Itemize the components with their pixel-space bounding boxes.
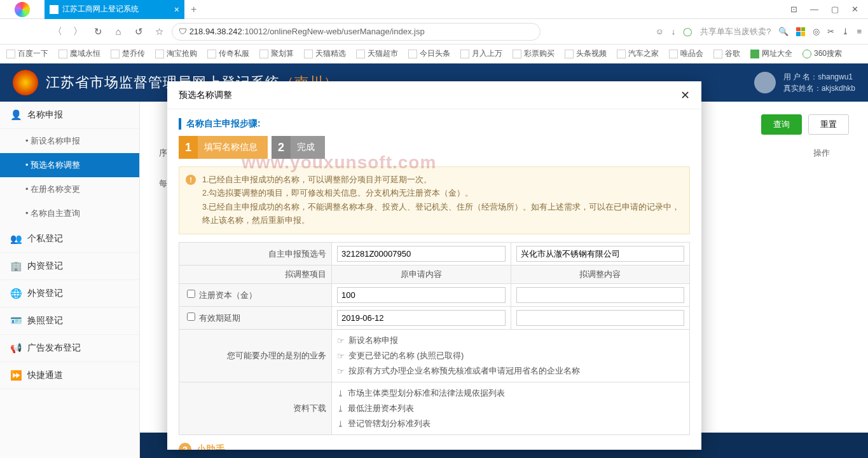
- label-other-business: 您可能要办理的是别的业务: [179, 330, 332, 382]
- link-original-method[interactable]: ☞按原有方式办理企业名称预先核准或者申请冠用省名的企业名称: [337, 363, 684, 379]
- preselect-name-input[interactable]: [516, 246, 685, 262]
- reader-icon[interactable]: ☺: [655, 27, 663, 36]
- download-min-capital[interactable]: ⤓最低注册资本列表: [337, 401, 684, 416]
- window-maximize-icon[interactable]: ▢: [831, 4, 839, 14]
- link-change-registered[interactable]: ☞变更已登记的名称 (执照已取得): [337, 348, 684, 363]
- sidebar-item-registered-change[interactable]: • 在册名称变更: [0, 177, 139, 201]
- sidebar-group-domestic[interactable]: 🏢内资登记: [0, 253, 139, 280]
- bookmark-item[interactable]: 彩票购买: [513, 48, 555, 59]
- label-downloads: 资料下载: [179, 382, 332, 435]
- bookmark-item[interactable]: 百度一下: [6, 48, 48, 59]
- menu-icon[interactable]: ≡: [857, 27, 862, 36]
- modal-header: 预选名称调整 ✕: [167, 81, 701, 109]
- download-type-standard[interactable]: ⤓市场主体类型划分标准和法律法规依据列表: [337, 386, 684, 401]
- tab-title: 江苏工商网上登记系统: [62, 4, 139, 15]
- download-icon: ⤓: [337, 419, 344, 429]
- sidebar-item-preselect-adjust[interactable]: • 预选名称调整: [0, 153, 139, 177]
- sidebar-item-new-name[interactable]: • 新设名称申报: [0, 129, 139, 153]
- validity-original-input[interactable]: [337, 310, 506, 326]
- sidebar-item-self-query[interactable]: • 名称自主查询: [0, 201, 139, 226]
- row-validity-label: 有效期延期: [199, 313, 240, 323]
- restore-icon[interactable]: ↺: [131, 24, 146, 39]
- search-engine-icon: ◯: [683, 27, 692, 36]
- user-icon: 👤: [10, 109, 22, 121]
- page-icon: [50, 5, 59, 14]
- checkbox-validity[interactable]: [187, 313, 195, 321]
- sidebar-group-quick[interactable]: ⏩快捷通道: [0, 362, 139, 389]
- bookmark-item[interactable]: 汽车之家: [617, 48, 659, 59]
- validity-new-input[interactable]: [516, 310, 685, 326]
- home-icon[interactable]: ⌂: [111, 24, 126, 39]
- extension-icon[interactable]: ◎: [813, 27, 820, 36]
- checkbox-capital[interactable]: [187, 290, 195, 298]
- ad-icon: 📢: [10, 342, 22, 354]
- sidebar-group-individual[interactable]: 👥个私登记: [0, 226, 139, 253]
- sidebar-group-foreign[interactable]: 🌐外资登记: [0, 280, 139, 307]
- section-title: 名称自主申报步骤:: [179, 118, 690, 130]
- scissors-icon[interactable]: ✂: [827, 27, 834, 36]
- download-icon: ⤓: [337, 389, 344, 398]
- address-bar[interactable]: 🛡 218.94.38.242:10012/onlineRegNew-web/u…: [172, 23, 541, 41]
- search-hint[interactable]: 共享单车当废铁卖?: [700, 26, 771, 37]
- bookmark-item[interactable]: 传奇私服: [207, 48, 249, 59]
- row-capital-label: 注册资本（金）: [199, 290, 257, 300]
- search-icon[interactable]: 🔍: [778, 27, 789, 36]
- download-icon: ⤓: [337, 404, 344, 414]
- sidebar: 👤名称申报 • 新设名称申报 • 预选名称调整 • 在册名称变更 • 名称自主查…: [0, 102, 140, 458]
- avatar-icon[interactable]: [754, 72, 776, 93]
- capital-original-input[interactable]: [337, 287, 506, 303]
- bookmark-item[interactable]: 天猫超市: [356, 48, 398, 59]
- bookmark-item[interactable]: 楚乔传: [111, 48, 145, 59]
- bookmark-item[interactable]: 谷歌: [713, 48, 740, 59]
- window-close-icon[interactable]: ✕: [851, 4, 858, 14]
- building-icon: 🏢: [10, 260, 22, 272]
- bookmark-item[interactable]: 今日头条: [408, 48, 450, 59]
- modal-preselect-adjust: 预选名称调整 ✕ 名称自主申报步骤: 1填写名称信息 2完成 1.已经自主申报成…: [167, 81, 701, 450]
- close-icon[interactable]: ✕: [680, 88, 690, 102]
- step-2[interactable]: 2完成: [272, 136, 325, 159]
- head-new: 拟调整内容: [511, 266, 690, 284]
- helper-section: ? 小助手: [179, 435, 690, 450]
- bookmark-item[interactable]: 天猫精选: [304, 48, 346, 59]
- bookmark-item[interactable]: 聚划算: [259, 48, 294, 59]
- new-tab-button[interactable]: +: [184, 4, 203, 15]
- bookmark-item[interactable]: 月入上万: [460, 48, 502, 59]
- step-1[interactable]: 1填写名称信息: [179, 136, 268, 159]
- label-adjust-items: 拟调整项目: [179, 266, 332, 284]
- info-box: 1.已经自主申报成功的名称，可以调整部分项目并可延期一次。 2.勾选拟要调整的项…: [179, 166, 690, 234]
- label-preselect-no: 自主申报预选号: [179, 243, 332, 266]
- download-icon[interactable]: ↓: [672, 27, 676, 36]
- apps-icon[interactable]: [796, 27, 805, 36]
- head-original: 原申请内容: [332, 266, 511, 284]
- browser-toolbar: 〈 〉 ↻ ⌂ ↺ ☆ 🛡 218.94.38.242:10012/online…: [0, 19, 868, 44]
- forward-icon[interactable]: 〉: [70, 24, 85, 39]
- download-jurisdiction[interactable]: ⤓登记管辖划分标准列表: [337, 416, 684, 431]
- bookmark-item[interactable]: 魔域永恒: [59, 48, 100, 59]
- reset-button[interactable]: 重置: [808, 114, 849, 135]
- bookmark-item[interactable]: 360搜索: [803, 48, 842, 59]
- bookmark-item[interactable]: 淘宝抢购: [155, 48, 197, 59]
- star-icon[interactable]: ☆: [151, 24, 167, 39]
- window-pin-icon[interactable]: ⊡: [790, 4, 797, 14]
- modal-title: 预选名称调整: [179, 90, 232, 101]
- user-area: 用 户 名：shangwu1 真实姓名：akjskdhkb: [754, 71, 855, 94]
- back-icon[interactable]: 〈: [50, 24, 65, 39]
- sidebar-group-license[interactable]: 🪪换照登记: [0, 307, 139, 335]
- sidebar-group-ad[interactable]: 📢广告发布登记: [0, 335, 139, 362]
- query-button[interactable]: 查询: [761, 114, 802, 135]
- bookmark-item[interactable]: 头条视频: [565, 48, 607, 59]
- tab-close-icon[interactable]: ×: [174, 4, 179, 15]
- preselect-no-input[interactable]: [337, 246, 506, 262]
- browser-tab[interactable]: 江苏工商网上登记系统 ×: [45, 0, 184, 19]
- window-minimize-icon[interactable]: —: [810, 4, 818, 14]
- link-new-name[interactable]: ☞新设名称申报: [337, 333, 684, 348]
- bookmark-item[interactable]: 唯品会: [669, 48, 703, 59]
- capital-new-input[interactable]: [516, 287, 685, 303]
- url-host: 218.94.38.242: [189, 27, 242, 36]
- sidebar-group-naming[interactable]: 👤名称申报: [0, 102, 139, 129]
- bookmark-item[interactable]: 网址大全: [750, 48, 792, 59]
- refresh-icon[interactable]: ↻: [90, 24, 106, 39]
- realname-value: akjskdhkb: [822, 84, 855, 93]
- download2-icon[interactable]: ⤓: [842, 27, 849, 36]
- browser-logo: [0, 0, 45, 19]
